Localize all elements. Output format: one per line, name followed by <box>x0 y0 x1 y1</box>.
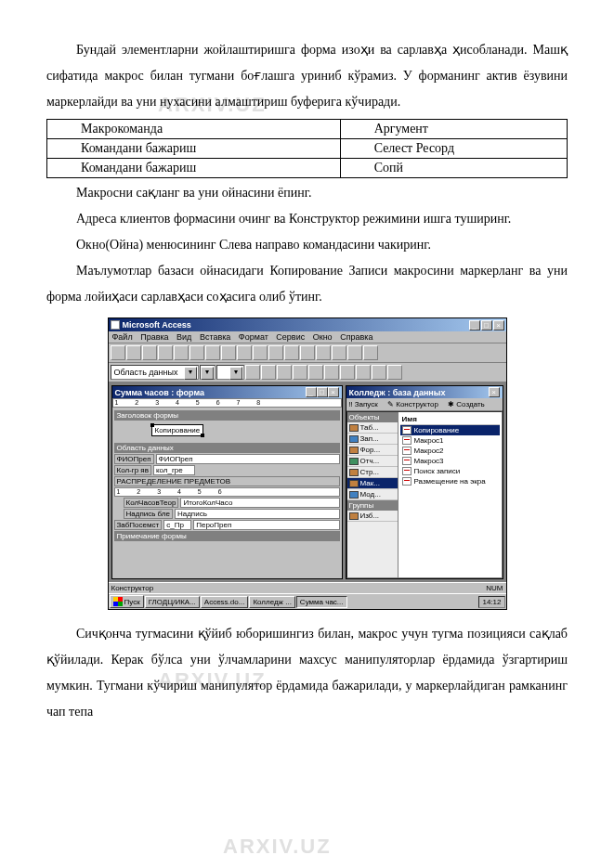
align-left-button[interactable] <box>293 365 307 380</box>
mdi-workarea: Сумма часов : форма _ □ × 1 2 3 4 5 6 7 … <box>109 382 506 582</box>
field-input[interactable]: ИтогоКолЧасо <box>180 498 339 508</box>
font-color-button[interactable] <box>356 365 371 380</box>
field-label[interactable]: КолЧасовТеор <box>124 498 179 508</box>
underline-button[interactable] <box>277 365 292 380</box>
list-item[interactable]: Макрос2 <box>400 446 500 456</box>
field-label[interactable]: ФИОПреп <box>114 454 154 464</box>
font-combo[interactable] <box>200 365 216 380</box>
menu-insert[interactable]: Вставка <box>200 332 230 342</box>
start-button[interactable]: Пуск <box>110 595 144 608</box>
list-item[interactable]: Размещение на экра <box>400 476 500 486</box>
toolbar-button[interactable] <box>237 345 252 360</box>
status-num: NUM <box>486 584 503 592</box>
toolbar-button[interactable] <box>142 345 157 360</box>
form-detail-section[interactable]: Область данных <box>114 443 340 453</box>
field-input[interactable]: ПероПреп <box>193 520 339 530</box>
form-footer-section[interactable]: Примечание формы <box>114 531 340 541</box>
object-reports[interactable]: Отч... <box>347 456 398 467</box>
table-cell: Макрокоманда <box>47 120 341 139</box>
macro-list[interactable]: Имя Копирование Макрос1 Макрос2 Макрос3 … <box>398 412 502 577</box>
objects-header: Объекты <box>347 412 398 422</box>
toolbar-button[interactable] <box>347 345 362 360</box>
menu-view[interactable]: Вид <box>176 332 191 342</box>
titlebar[interactable]: Microsoft Access _ □ × <box>109 318 506 331</box>
menu-edit[interactable]: Правка <box>140 332 168 342</box>
object-queries[interactable]: Зап... <box>347 434 398 445</box>
effect-button[interactable] <box>387 365 402 380</box>
close-button[interactable]: × <box>493 320 504 330</box>
open-button[interactable]: ‼ Запуск <box>349 400 382 408</box>
toolbar-button[interactable] <box>158 345 173 360</box>
toolbar-button[interactable] <box>205 345 220 360</box>
list-item[interactable]: Копирование <box>400 425 500 435</box>
macro-table: Макрокоманда Аргумент Командани бажариш … <box>46 119 568 178</box>
close-button[interactable]: × <box>328 387 339 397</box>
list-item[interactable]: Макрос1 <box>400 435 500 446</box>
field-input[interactable]: с_Пр <box>163 520 191 530</box>
toolbar-button[interactable] <box>126 345 141 360</box>
menu-format[interactable]: Формат <box>239 332 268 342</box>
toolbar-button[interactable] <box>253 345 268 360</box>
maximize-button[interactable]: □ <box>317 387 328 397</box>
field-input[interactable]: Надпись <box>175 509 340 519</box>
toolbar-button[interactable] <box>268 345 283 360</box>
taskbar-item[interactable]: Сумма час... <box>296 596 347 608</box>
menu-window[interactable]: Окно <box>313 332 333 342</box>
db-window-titlebar[interactable]: Колледж : база данных × <box>346 386 503 398</box>
fill-color-button[interactable] <box>340 365 355 380</box>
menu-help[interactable]: Справка <box>340 332 372 342</box>
form-design-window[interactable]: Сумма часов : форма _ □ × 1 2 3 4 5 6 7 … <box>111 385 343 579</box>
database-window[interactable]: Колледж : база данных × ‼ Запуск ✎ Конст… <box>346 385 503 579</box>
taskbar-item[interactable]: Access.do... <box>201 596 249 608</box>
toolbar-button[interactable] <box>316 345 331 360</box>
menu-file[interactable]: Файл <box>112 332 133 342</box>
menubar[interactable]: Файл Правка Вид Вставка Формат Сервис Ок… <box>109 331 506 343</box>
toolbar-button[interactable] <box>189 345 204 360</box>
form-window-titlebar[interactable]: Сумма часов : форма _ □ × <box>112 386 342 398</box>
field-label[interactable]: ЗабПосемст <box>114 520 163 530</box>
taskbar[interactable]: Пуск ГЛОДЦ/ИКА... Access.do... Колледж .… <box>109 593 506 609</box>
field-input[interactable]: кол_гре <box>153 465 195 475</box>
create-button[interactable]: ✱ Создать <box>448 400 489 408</box>
object-forms[interactable]: Фор... <box>347 445 398 456</box>
align-right-button[interactable] <box>324 365 339 380</box>
object-tables[interactable]: Таб... <box>347 422 398 434</box>
system-tray[interactable]: 14:12 <box>478 596 504 608</box>
object-pages[interactable]: Стр... <box>347 467 398 478</box>
object-modules[interactable]: Мод... <box>347 489 398 500</box>
field-label[interactable]: Надпись бле <box>124 509 173 519</box>
toolbar-button[interactable] <box>363 345 378 360</box>
menu-tools[interactable]: Сервис <box>276 332 305 342</box>
toolbar-button[interactable] <box>284 345 299 360</box>
toolbar-button[interactable] <box>111 345 125 360</box>
object-combo[interactable]: Область данных <box>111 365 199 380</box>
list-item[interactable]: Поиск записи <box>400 466 500 476</box>
maximize-button[interactable]: □ <box>481 320 492 330</box>
group-favorites[interactable]: Изб... <box>347 511 398 522</box>
align-center-button[interactable] <box>308 365 323 380</box>
copy-macro-button[interactable]: Копирование <box>151 424 204 436</box>
minimize-button[interactable]: _ <box>469 320 480 330</box>
field-label[interactable]: Кол-гр яв <box>114 465 151 475</box>
list-item[interactable]: Макрос3 <box>400 456 500 466</box>
close-button[interactable]: × <box>489 387 500 397</box>
form-window-title: Сумма часов : форма <box>115 388 306 397</box>
field-label[interactable]: РАСПРЕДЕЛЕНИЕ ПРЕДМЕТОВ <box>114 476 340 486</box>
bold-button[interactable] <box>245 365 260 380</box>
toolbar-button[interactable] <box>300 345 315 360</box>
paragraph-5: Маълумотлар базаси ойнасидаги Копировани… <box>46 258 568 310</box>
border-button[interactable] <box>372 365 386 380</box>
toolbar-button[interactable] <box>174 345 189 360</box>
design-button[interactable]: ✎ Конструктор <box>387 400 442 408</box>
taskbar-item[interactable]: ГЛОДЦ/ИКА... <box>145 596 200 608</box>
size-combo[interactable] <box>216 365 244 380</box>
minimize-button[interactable]: _ <box>306 387 317 397</box>
toolbar-button[interactable] <box>332 345 346 360</box>
list-header: Имя <box>400 414 500 425</box>
toolbar-button[interactable] <box>221 345 236 360</box>
taskbar-item[interactable]: Колледж ... <box>249 596 294 608</box>
field-input[interactable]: ФИОПреп <box>156 454 340 464</box>
object-macros[interactable]: Мак... <box>347 478 398 489</box>
italic-button[interactable] <box>261 365 276 380</box>
form-header-section[interactable]: Заголовок формы <box>114 410 340 421</box>
